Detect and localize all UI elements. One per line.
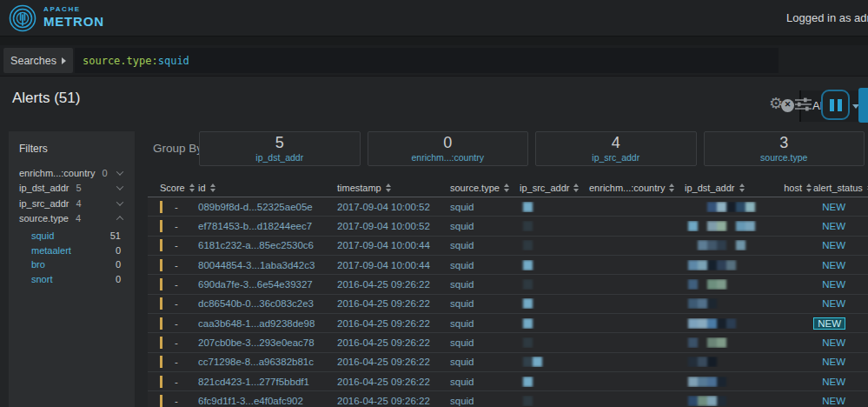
- column-header-ip-dst-addr[interactable]: ip_dst_addr: [685, 183, 772, 193]
- gear-icon[interactable]: [769, 94, 786, 113]
- query-value: squid: [158, 55, 189, 67]
- group-by-card-source-type[interactable]: 3 source.type: [704, 131, 865, 166]
- facet-name: ip_src_addr: [19, 198, 69, 209]
- alert-status-cell: NEW: [813, 260, 868, 270]
- status-badge: NEW: [822, 298, 845, 309]
- facet-value-count: 0: [116, 245, 121, 256]
- column-header-id[interactable]: id: [198, 183, 337, 193]
- sort-icon: [669, 183, 674, 192]
- group-by-field: ip_dst_addr: [200, 152, 360, 163]
- facet-value-snort[interactable]: snort 0: [19, 272, 126, 287]
- table-row[interactable]: - caa3b648-1...ad9238de98 2016-04-25 09:…: [148, 314, 868, 333]
- redacted-ip-src: [523, 240, 589, 250]
- redacted-ip-dst: [688, 202, 772, 212]
- source-type-cell: squid: [450, 357, 520, 367]
- group-by-card-ip-src-addr[interactable]: 4 ip_src_addr: [535, 131, 697, 166]
- sort-icon: [806, 183, 812, 192]
- score-bar: [160, 259, 162, 271]
- facet-name: ip_dst_addr: [19, 183, 70, 193]
- timestamp-cell: 2017-09-04 10:00:44: [337, 260, 450, 270]
- status-badge: NEW: [822, 357, 845, 367]
- table-row[interactable]: - 207cb0be-3...293e0eac78 2016-04-25 09:…: [148, 333, 868, 352]
- redacted-ip-src: [523, 318, 589, 329]
- ip-dst-addr-cell: [685, 337, 772, 348]
- alert-id-cell: ef781453-b...d18244eec7: [198, 221, 337, 231]
- status-badge: NEW: [822, 202, 845, 212]
- alert-id-cell: 6fc9d1f1-3...e4f0afc902: [198, 396, 337, 406]
- score-cell: -: [169, 202, 198, 212]
- group-by-count: 3: [705, 135, 865, 152]
- score-bar: [160, 297, 162, 310]
- group-by-card-ip-dst-addr[interactable]: 5 ip_dst_addr: [199, 131, 361, 166]
- chevron-up-icon: [116, 216, 123, 223]
- edge-button-partial[interactable]: [858, 88, 868, 123]
- score-bar: [160, 395, 162, 407]
- alert-status-cell: NEW: [813, 357, 868, 367]
- table-row[interactable]: - ef781453-b...d18244eec7 2017-09-04 10:…: [148, 217, 868, 236]
- table-row[interactable]: - dc86540b-0...36c083c2e3 2016-04-25 09:…: [148, 295, 868, 314]
- sliders-icon[interactable]: [794, 97, 812, 114]
- column-header-enrichment-country[interactable]: enrichm...:country: [589, 183, 685, 193]
- facet-source-type[interactable]: source.type 4: [19, 211, 126, 227]
- page-title: Alerts (51): [12, 90, 80, 107]
- filters-title: Filters: [19, 143, 126, 155]
- facet-enrichment-country[interactable]: enrichm...:country 0: [19, 165, 126, 181]
- score-cell: -: [169, 377, 198, 387]
- score-bar: [160, 239, 162, 251]
- table-row[interactable]: - 089b9f8d-d...52325ae05e 2017-09-04 10:…: [148, 197, 868, 217]
- timestamp-cell: 2016-04-25 09:26:22: [337, 357, 450, 367]
- facet-value-label: snort: [31, 274, 52, 284]
- score-cell: -: [169, 337, 198, 348]
- facet-value-bro[interactable]: bro 0: [19, 257, 126, 272]
- redacted-ip-dst: [688, 260, 772, 270]
- table-row[interactable]: - 6fc9d1f1-3...e4f0afc902 2016-04-25 09:…: [148, 391, 868, 407]
- metron-logo-icon: [7, 3, 38, 34]
- table-row[interactable]: - 6181c232-a...85ec2530c6 2017-09-04 10:…: [148, 237, 868, 256]
- facet-ip-dst-addr[interactable]: ip_dst_addr 5: [19, 181, 126, 197]
- redacted-ip-dst: [688, 396, 772, 406]
- ip-src-addr-cell: [520, 318, 589, 329]
- search-input[interactable]: source.type:squid: [75, 48, 779, 73]
- facet-count: 5: [76, 183, 82, 193]
- column-header-alert-status[interactable]: alert_status: [813, 183, 868, 193]
- status-badge: NEW: [822, 260, 845, 270]
- table-row[interactable]: - 80044854-3...1aba3d42c3 2017-09-04 10:…: [148, 256, 868, 275]
- column-header-source-type[interactable]: source.type: [450, 183, 520, 193]
- redacted-ip-src: [523, 357, 589, 367]
- filters-panel: Filters enrichm...:country 0 ip_dst_addr…: [9, 131, 135, 407]
- facet-name: enrichm...:country: [19, 168, 95, 178]
- status-badge: NEW: [822, 279, 845, 290]
- ip-src-addr-cell: [520, 202, 589, 212]
- ip-src-addr-cell: [520, 337, 589, 348]
- column-header-ip-src-addr[interactable]: ip_src_addr: [520, 183, 589, 193]
- facet-value-metaalert[interactable]: metaalert 0: [19, 244, 126, 258]
- top-bar: APACHE METRON Logged in as admin: [0, 0, 868, 37]
- score-bar: [160, 317, 162, 330]
- ip-dst-addr-cell: [685, 298, 772, 309]
- table-row[interactable]: - 690da7fe-3...6e54e39327 2016-04-25 09:…: [148, 275, 868, 294]
- status-badge[interactable]: NEW: [813, 317, 845, 330]
- column-header-host[interactable]: host: [772, 183, 813, 193]
- group-by-card-enrichment-country[interactable]: 0 enrichm...:country: [368, 131, 529, 166]
- sort-icon: [573, 183, 579, 192]
- redacted-ip-src: [523, 260, 589, 270]
- column-header-score[interactable]: Score: [160, 183, 198, 193]
- table-row[interactable]: - 821cd423-1...277f5bbdf1 2016-04-25 09:…: [148, 372, 868, 391]
- alert-status-cell: NEW: [813, 317, 868, 330]
- column-header-timestamp[interactable]: timestamp: [337, 183, 450, 193]
- sort-icon: [189, 183, 195, 192]
- searches-button[interactable]: Searches: [3, 48, 73, 73]
- sort-icon: [504, 183, 509, 192]
- score-cell: -: [169, 357, 198, 367]
- ip-src-addr-cell: [520, 396, 589, 406]
- facet-value-squid[interactable]: squid 51: [19, 229, 126, 244]
- status-badge: NEW: [822, 240, 845, 250]
- table-row[interactable]: - cc71298e-8...a96382b81c 2016-04-25 09:…: [148, 353, 868, 372]
- score-cell: -: [169, 221, 198, 231]
- facet-ip-src-addr[interactable]: ip_src_addr 4: [19, 196, 126, 211]
- searches-button-label: Searches: [10, 55, 56, 67]
- alert-status-cell: NEW: [813, 240, 868, 250]
- ip-dst-addr-cell: [685, 377, 772, 387]
- source-type-cell: squid: [450, 260, 520, 270]
- pause-button[interactable]: [821, 90, 850, 120]
